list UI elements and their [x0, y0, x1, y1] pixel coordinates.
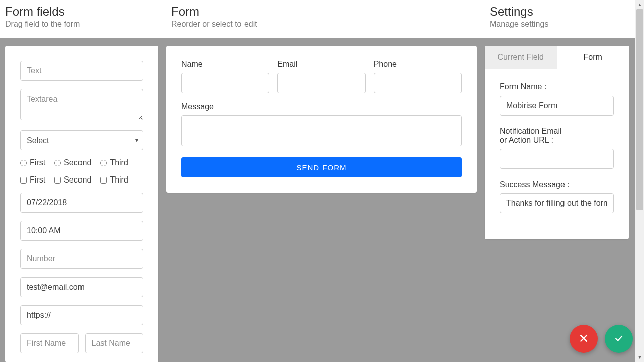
header-settings-sub: Manage settings [490, 20, 635, 29]
settings-panel: Current Field Form Form Name : Notificat… [485, 46, 629, 239]
builder-body: Select First Second Third First Second T… [0, 38, 635, 362]
send-form-button[interactable]: SEND FORM [181, 157, 462, 177]
palette-radio-3[interactable]: Third [100, 158, 128, 167]
input-phone[interactable] [374, 73, 462, 93]
tab-form[interactable]: Form [557, 46, 629, 69]
form-row-1: Name Email Phone [181, 60, 462, 93]
palette-url[interactable] [20, 305, 143, 325]
palette-time[interactable] [20, 221, 143, 241]
palette-email[interactable] [20, 277, 143, 297]
label-email: Email [277, 60, 365, 69]
label-notification: Notification Email or Action URL : [500, 127, 614, 145]
scroll-up-button[interactable]: ▲ [635, 0, 644, 9]
header-col-fields: Form fields Drag field to the form [0, 0, 166, 38]
tab-current-field[interactable]: Current Field [485, 46, 557, 69]
cancel-button[interactable] [570, 325, 598, 353]
palette-check-2[interactable]: Second [54, 175, 91, 185]
close-icon [578, 333, 589, 345]
vertical-scrollbar[interactable]: ▲ ▼ [635, 0, 644, 362]
palette-text[interactable] [20, 61, 143, 81]
palette-radio-1[interactable]: First [20, 158, 45, 167]
palette-radio-group[interactable]: First Second Third [20, 158, 143, 167]
palette-number-input[interactable] [20, 249, 143, 269]
palette-textarea-input[interactable] [20, 89, 143, 120]
palette-number[interactable] [20, 249, 143, 269]
input-message[interactable] [181, 115, 462, 146]
form-group-email[interactable]: Email [277, 60, 365, 93]
palette-email-input[interactable] [20, 277, 143, 297]
input-name[interactable] [181, 73, 269, 93]
setting-success: Success Message : [500, 180, 614, 213]
label-message: Message [181, 102, 462, 111]
palette-check-1[interactable]: First [20, 175, 45, 185]
input-notification[interactable] [500, 149, 614, 169]
palette-select-input[interactable]: Select [20, 130, 143, 150]
input-success[interactable] [500, 193, 614, 213]
header-fields-sub: Drag field to the form [5, 20, 166, 29]
settings-body: Form Name : Notification Email or Action… [485, 69, 629, 213]
palette-checkbox-group[interactable]: First Second Third [20, 175, 143, 185]
input-email[interactable] [277, 73, 365, 93]
palette-url-input[interactable] [20, 305, 143, 325]
label-form-name: Form Name : [500, 82, 614, 92]
form-column: Name Email Phone Message SEND FORM [166, 38, 485, 362]
label-name: Name [181, 60, 269, 69]
builder-header: Form fields Drag field to the form Form … [0, 0, 635, 38]
palette-time-input[interactable] [20, 221, 143, 241]
fields-panel: Select First Second Third First Second T… [5, 46, 158, 362]
palette-radio-2[interactable]: Second [54, 158, 91, 167]
palette-date-input[interactable] [20, 193, 143, 213]
header-fields-title: Form fields [5, 5, 166, 19]
palette-check-3[interactable]: Third [100, 175, 128, 185]
palette-text-input[interactable] [20, 61, 143, 81]
setting-notification: Notification Email or Action URL : [500, 127, 614, 169]
scroll-thumb[interactable] [636, 9, 643, 210]
form-row-2: Message [181, 102, 462, 148]
header-form-sub: Reorder or select to edit [171, 20, 485, 29]
form-group-phone[interactable]: Phone [374, 60, 462, 93]
label-phone: Phone [374, 60, 462, 69]
form-group-message[interactable]: Message [181, 102, 462, 148]
input-form-name[interactable] [500, 96, 614, 116]
label-success: Success Message : [500, 180, 614, 189]
form-canvas[interactable]: Name Email Phone Message SEND FORM [166, 46, 477, 193]
palette-first-name[interactable] [20, 333, 79, 353]
palette-name-pair[interactable] [20, 333, 143, 353]
settings-tabs: Current Field Form [485, 46, 629, 69]
header-form-title: Form [171, 5, 485, 19]
palette-date[interactable] [20, 193, 143, 213]
palette-last-name[interactable] [85, 333, 144, 353]
settings-column: Current Field Form Form Name : Notificat… [485, 38, 635, 362]
header-settings-title: Settings [490, 5, 635, 19]
header-col-settings: Settings Manage settings [485, 0, 635, 38]
fields-column: Select First Second Third First Second T… [0, 38, 166, 362]
header-col-form: Form Reorder or select to edit [166, 0, 485, 38]
palette-select[interactable]: Select [20, 130, 143, 150]
confirm-button[interactable] [605, 325, 633, 353]
check-icon [613, 333, 624, 345]
palette-textarea[interactable] [20, 89, 143, 122]
fab-container [570, 325, 633, 353]
setting-form-name: Form Name : [500, 82, 614, 116]
form-group-name[interactable]: Name [181, 60, 269, 93]
scroll-down-button[interactable]: ▼ [635, 353, 644, 362]
